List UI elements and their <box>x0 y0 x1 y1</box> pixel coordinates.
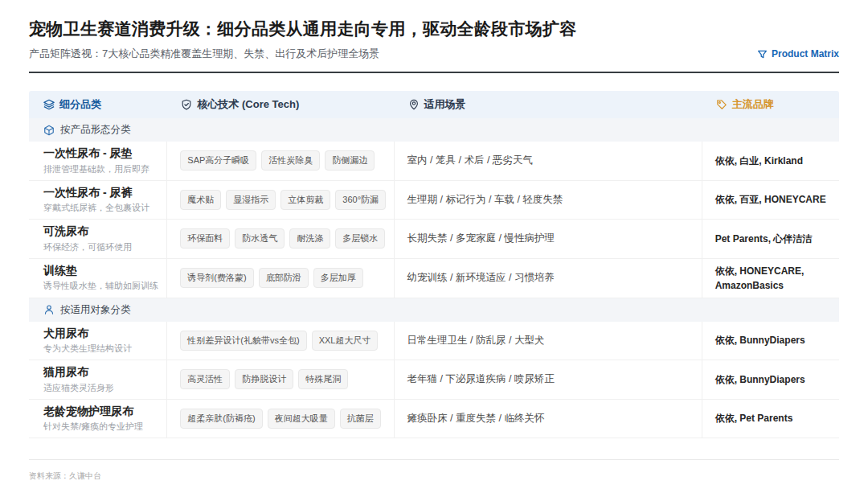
product-matrix-link[interactable]: Product Matrix <box>757 48 839 60</box>
shield-check-icon <box>181 99 192 110</box>
tech-tag: SAP高分子瞬吸 <box>180 150 256 171</box>
category-cell: 一次性尿布 - 尿垫排泄管理基础款，用后即弃 <box>29 142 166 180</box>
tech-tag: 立体剪裁 <box>280 190 330 210</box>
header-divider <box>29 72 839 73</box>
brand-cell: 依依, 百亚, HONEYCARE <box>702 181 839 220</box>
table-row: 训练垫诱导性吸水垫，辅助如厕训练诱导剂(费洛蒙)底部防滑多层加厚幼宠训练 / 新… <box>29 259 839 298</box>
category-desc: 专为犬类生理结构设计 <box>43 343 132 355</box>
tech-cell: 高灵活性防挣脱设计特殊尾洞 <box>166 360 393 399</box>
tech-tag: 耐洗涤 <box>289 228 330 249</box>
scenario-cell: 室内 / 笼具 / 术后 / 恶劣天气 <box>394 142 702 180</box>
column-header-label: 主流品牌 <box>732 97 774 112</box>
column-header-tech: 核心技术 (Core Tech) <box>166 91 393 118</box>
category-name: 犬用尿布 <box>43 327 88 341</box>
table-row: 老龄宠物护理尿布针对失禁/瘫痪的专业护理超柔亲肤(防褥疮)夜间超大吸量抗菌层瘫痪… <box>29 400 839 439</box>
tech-tag-list: 性别差异设计(礼貌带vs全包)XXL超大尺寸 <box>180 331 383 351</box>
category-desc: 诱导性吸水垫，辅助如厕训练 <box>43 280 158 292</box>
table-row: 一次性尿布 - 尿垫排泄管理基础款，用后即弃SAP高分子瞬吸活性炭除臭防侧漏边室… <box>29 142 839 181</box>
category-cell: 老龄宠物护理尿布针对失禁/瘫痪的专业护理 <box>29 400 166 438</box>
scenario-cell: 幼宠训练 / 新环境适应 / 习惯培养 <box>394 259 702 298</box>
brand-cell: 依依, 白业, Kirkland <box>702 142 839 180</box>
scenario-cell: 瘫痪卧床 / 重度失禁 / 临终关怀 <box>394 400 702 438</box>
tech-tag: 魔术贴 <box>180 190 221 210</box>
column-header-label: 细分品类 <box>59 97 101 112</box>
column-header-label: 适用场景 <box>424 97 466 112</box>
category-cell: 犬用尿布专为犬类生理结构设计 <box>29 322 166 360</box>
column-header-brand: 主流品牌 <box>702 91 839 118</box>
tech-tag: 显湿指示 <box>226 190 276 210</box>
page-footer: 资料来源：久谦中台 <box>29 459 839 482</box>
scenario-cell: 日常生理卫生 / 防乱尿 / 大型犬 <box>394 322 702 360</box>
section-header-label: 按适用对象分类 <box>60 303 131 317</box>
brand-cell: 依依, BunnyDiapers <box>702 360 839 399</box>
tech-tag: 360°防漏 <box>335 190 386 210</box>
table-body: 按产品形态分类一次性尿布 - 尿垫排泄管理基础款，用后即弃SAP高分子瞬吸活性炭… <box>29 118 839 438</box>
tech-tag: 活性炭除臭 <box>261 150 320 171</box>
table-row: 犬用尿布专为犬类生理结构设计性别差异设计(礼貌带vs全包)XXL超大尺寸日常生理… <box>29 322 839 361</box>
tech-tag: 抗菌层 <box>340 409 381 429</box>
category-name: 训练垫 <box>43 264 77 278</box>
tech-tag: 夜间超大吸量 <box>268 409 335 429</box>
tech-cell: SAP高分子瞬吸活性炭除臭防侧漏边 <box>166 142 393 180</box>
tech-tag-list: 魔术贴显湿指示立体剪裁360°防漏 <box>180 190 391 210</box>
tech-cell: 环保面料防水透气耐洗涤多层锁水 <box>166 220 393 258</box>
scenario-cell: 老年猫 / 下泌尿道疾病 / 喷尿矫正 <box>394 360 702 399</box>
tech-tag: 多层锁水 <box>335 228 385 249</box>
category-desc: 针对失禁/瘫痪的专业护理 <box>43 421 143 433</box>
section-header-label: 按产品形态分类 <box>60 123 131 137</box>
data-source-note: 资料来源：久谦中台 <box>29 471 101 480</box>
scenario-cell: 生理期 / 标记行为 / 车载 / 轻度失禁 <box>394 181 702 220</box>
table-row: 一次性尿布 - 尿裤穿戴式纸尿裤，全包裹设计魔术贴显湿指示立体剪裁360°防漏生… <box>29 181 839 220</box>
category-name: 一次性尿布 - 尿垫 <box>43 146 132 161</box>
tech-tag-list: 环保面料防水透气耐洗涤多层锁水 <box>180 228 390 249</box>
category-cell: 可洗尿布环保经济，可循环使用 <box>29 220 166 258</box>
column-header-scenario: 适用场景 <box>394 91 702 118</box>
category-cell: 训练垫诱导性吸水垫，辅助如厕训练 <box>29 259 166 298</box>
category-name: 可洗尿布 <box>43 224 88 239</box>
tech-tag: 环保面料 <box>180 228 230 249</box>
tech-cell: 超柔亲肤(防褥疮)夜间超大吸量抗菌层 <box>166 400 393 438</box>
brand-cell: 依依, BunnyDiapers <box>702 322 839 360</box>
tech-cell: 魔术贴显湿指示立体剪裁360°防漏 <box>166 181 393 220</box>
tech-tag-list: 超柔亲肤(防褥疮)夜间超大吸量抗菌层 <box>180 409 385 429</box>
brand-cell: 依依, Pet Parents <box>702 400 839 438</box>
tech-tag: 多层加厚 <box>313 268 363 288</box>
tech-tag: 诱导剂(费洛蒙) <box>180 268 253 288</box>
filter-icon <box>757 49 768 60</box>
column-header-label: 核心技术 (Core Tech) <box>197 97 299 112</box>
category-desc: 穿戴式纸尿裤，全包裹设计 <box>43 202 149 214</box>
category-name: 一次性尿布 - 尿裤 <box>43 186 132 200</box>
category-cell: 猫用尿布适应猫类灵活身形 <box>29 360 166 399</box>
column-header-category: 细分品类 <box>29 91 166 118</box>
person-icon <box>43 304 55 315</box>
category-cell: 一次性尿布 - 尿裤穿戴式纸尿裤，全包裹设计 <box>29 181 166 220</box>
product-matrix-table: 细分品类 核心技术 (Core Tech) 适用场景 主流品牌 <box>29 91 839 438</box>
tech-tag-list: SAP高分子瞬吸活性炭除臭防侧漏边 <box>180 150 379 171</box>
tech-tag: 性别差异设计(礼貌带vs全包) <box>180 331 306 351</box>
brand-cell: Pet Parents, 心伴洁洁 <box>702 220 839 258</box>
box-icon <box>43 125 55 136</box>
layers-icon <box>43 99 55 110</box>
tech-cell: 性别差异设计(礼貌带vs全包)XXL超大尺寸 <box>166 322 393 360</box>
brand-cell: 依依, HONEYCARE, AmazonBasics <box>702 259 839 298</box>
table-row: 可洗尿布环保经济，可循环使用环保面料防水透气耐洗涤多层锁水长期失禁 / 多宠家庭… <box>29 220 839 259</box>
table-header-row: 细分品类 核心技术 (Core Tech) 适用场景 主流品牌 <box>29 91 839 118</box>
category-desc: 适应猫类灵活身形 <box>43 382 114 394</box>
page-title: 宠物卫生赛道消费升级：细分品类从通用走向专用，驱动全龄段市场扩容 <box>29 18 839 40</box>
product-matrix-label: Product Matrix <box>772 48 839 60</box>
tech-tag: 特殊尾洞 <box>298 369 348 389</box>
tech-tag-list: 高灵活性防挣脱设计特殊尾洞 <box>180 369 353 389</box>
tech-tag: 高灵活性 <box>180 369 230 389</box>
report-page: 宠物卫生赛道消费升级：细分品类从通用走向专用，驱动全龄段市场扩容 产品矩阵透视：… <box>0 0 868 482</box>
tech-tag: 超柔亲肤(防褥疮) <box>180 409 262 429</box>
tech-tag-list: 诱导剂(费洛蒙)底部防滑多层加厚 <box>180 268 367 288</box>
category-name: 猫用尿布 <box>43 365 88 380</box>
subtitle-row: 产品矩阵透视：7大核心品类精准覆盖生理期、失禁、出行及术后护理全场景 Produ… <box>29 47 839 61</box>
section-header-row: 按产品形态分类 <box>29 118 839 142</box>
category-desc: 排泄管理基础款，用后即弃 <box>43 163 149 175</box>
tech-tag: 防侧漏边 <box>325 150 375 171</box>
category-name: 老龄宠物护理尿布 <box>43 405 133 419</box>
tag-icon <box>716 99 727 110</box>
page-subtitle: 产品矩阵透视：7大核心品类精准覆盖生理期、失禁、出行及术后护理全场景 <box>29 47 379 61</box>
tech-tag: 防水透气 <box>235 228 285 249</box>
